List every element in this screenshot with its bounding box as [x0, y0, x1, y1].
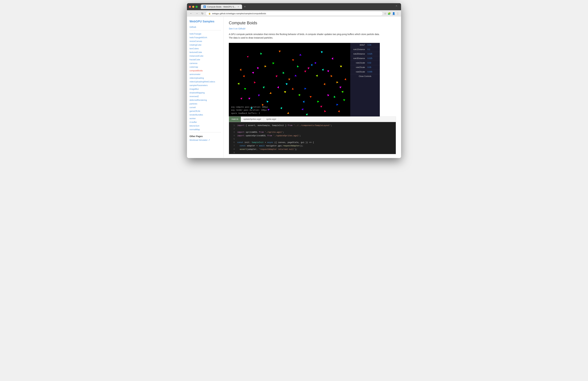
controls-fields: deltaT 0.04 rule1Distance 0.1 rule2Dista…: [350, 43, 380, 74]
stat-compute: avg compute pass duration: 886μs: [231, 106, 268, 109]
control-value[interactable]: 0.04: [366, 44, 373, 46]
sidebar-nav: helloTrianglehelloTriangleMSAAresizeCanv…: [189, 32, 221, 131]
control-label: rule1Scale: [350, 62, 366, 64]
control-value[interactable]: 0.005: [366, 71, 374, 73]
code-line-9: 9: [231, 151, 393, 154]
line-number: 4: [231, 134, 235, 137]
line-number: 6: [231, 141, 235, 144]
control-value[interactable]: 0.02: [366, 62, 373, 64]
toolbar-icons: ☆ 🧩 👤 ⋮: [384, 12, 399, 15]
control-value[interactable]: 0.1: [366, 48, 372, 50]
tab-close-button[interactable]: ✕: [237, 5, 239, 8]
sidebar-item-normalMap[interactable]: normalMap: [189, 128, 221, 131]
code-line-7: 7 const adapter = await navigator.gpu.re…: [231, 144, 393, 148]
url-text: webgpu.github.io/webgpu-samples/samples/…: [212, 12, 266, 15]
window-controls: ⌃: [395, 5, 399, 9]
code-line-2: 2: [231, 127, 393, 131]
control-value[interactable]: 0.05: [366, 66, 373, 68]
sidebar-item-cameras[interactable]: cameras: [189, 62, 221, 65]
extensions-icon[interactable]: 🧩: [388, 12, 391, 15]
browser-toolbar: ← → ↻ 🔒 webgpu.github.io/webgpu-samples/…: [187, 10, 401, 17]
code-line-5: 5: [231, 137, 393, 141]
sidebar-item-videoUploading[interactable]: videoUploading: [189, 76, 221, 80]
sidebar: WebGPU Samples Github helloTrianglehello…: [187, 17, 224, 158]
sidebar-item-A-buffer[interactable]: A-buffer: [189, 121, 221, 124]
sidebar-item-reversedZ[interactable]: reversedZ: [189, 95, 221, 98]
sidebar-item-rotatingCube[interactable]: rotatingCube: [189, 43, 221, 46]
maximize-button[interactable]: [196, 6, 198, 8]
sidebar-item-helloTriangle[interactable]: helloTriangle: [189, 32, 221, 35]
code-tab-updateSprites-wgsl[interactable]: updateSprites.wgsl: [241, 117, 264, 122]
see-on-github-link[interactable]: See it on Github!: [229, 27, 396, 30]
minimize-button[interactable]: [192, 6, 194, 8]
sidebar-item-animometer[interactable]: animometer: [189, 73, 221, 76]
close-controls-button[interactable]: Close Controls: [350, 74, 380, 78]
code-line-4: 4import updateSpritesWGSL from './update…: [231, 134, 393, 137]
sidebar-item-imageBlur[interactable]: imageBlur: [189, 88, 221, 90]
workload-simulator-link[interactable]: Workload Simulator ↗: [189, 139, 221, 141]
sidebar-title: WebGPU Samples: [189, 20, 221, 23]
sidebar-divider: [189, 30, 221, 30]
particles-svg: [229, 43, 350, 116]
page-title: Compute Boids: [229, 21, 396, 25]
tab-title: Compute Boids - WebGPU S...: [207, 6, 236, 8]
tab-favicon: W: [203, 5, 206, 8]
sidebar-item-cornell[interactable]: cornell: [189, 106, 221, 109]
sidebar-item-shadowMapping[interactable]: shadowMapping: [189, 91, 221, 94]
control-value[interactable]: 0.025: [366, 53, 374, 55]
control-row-deltat: deltaT 0.04: [350, 43, 380, 47]
description: A GPU compute particle simulation that m…: [229, 32, 382, 40]
profile-icon[interactable]: 👤: [392, 12, 395, 15]
github-link[interactable]: Github: [189, 26, 221, 28]
sidebar-item-resizeCanvas[interactable]: resizeCanvas: [189, 40, 221, 43]
sidebar-item-texturedCube[interactable]: texturedCube: [189, 51, 221, 54]
control-label: rule3Scale: [350, 71, 366, 73]
stat-buffers: spare readback buffers: 2: [231, 112, 268, 115]
bookmark-icon[interactable]: ☆: [384, 12, 386, 15]
sidebar-item-samplerParameters[interactable]: samplerParameters: [189, 84, 221, 87]
sidebar-item-deferredRendering[interactable]: deferredRendering: [189, 99, 221, 102]
code-line-8: 8 assert(adapter, 'requestAdapter return…: [231, 148, 393, 151]
control-value[interactable]: 0.025: [366, 57, 374, 60]
code-tab-main-ts[interactable]: main.ts: [229, 117, 241, 122]
new-tab-button[interactable]: +: [243, 4, 247, 9]
line-number: 1: [231, 124, 235, 127]
sidebar-item-twoCubes[interactable]: twoCubes: [189, 47, 221, 50]
sidebar-item-gameOfLife[interactable]: gameOfLife: [189, 110, 221, 112]
canvas-stats: avg compute pass duration: 886μs avg ren…: [231, 106, 268, 115]
main-content: Compute Boids See it on Github! A GPU co…: [224, 17, 401, 158]
controls-panel: deltaT 0.04 rule1Distance 0.1 rule2Dista…: [350, 43, 380, 116]
control-label: rule3Distance: [350, 57, 366, 60]
sidebar-item-cubemap[interactable]: cubemap: [189, 66, 221, 68]
active-tab[interactable]: W Compute Boids - WebGPU S... ✕: [201, 4, 242, 9]
page-content: WebGPU Samples Github helloTrianglehello…: [187, 17, 401, 158]
code-area: 1import { assert, makeSample, SampleInit…: [229, 122, 396, 154]
sidebar-item-computeBoids[interactable]: computeBoids: [189, 69, 221, 72]
forward-button[interactable]: →: [195, 11, 199, 16]
back-button[interactable]: ←: [189, 11, 193, 16]
svg-text:W: W: [204, 6, 206, 8]
sidebar-item-helloTriangleMSAA[interactable]: helloTriangleMSAA: [189, 36, 221, 39]
sidebar-item-videoUploadingWebCodecs[interactable]: videoUploadingWebCodecs: [189, 80, 221, 83]
reload-button[interactable]: ↻: [200, 11, 204, 16]
close-button[interactable]: [189, 6, 191, 8]
code-line-1: 1import { assert, makeSample, SampleInit…: [231, 124, 393, 127]
control-row-rule1scale: rule1Scale 0.02: [350, 61, 380, 65]
code-tabs: main.tsupdateSprites.wgslsprite.wgsl: [229, 117, 396, 122]
code-tab-sprite-wgsl[interactable]: sprite.wgsl: [264, 117, 279, 122]
sidebar-item-fractalCube[interactable]: fractalCube: [189, 58, 221, 61]
menu-icon[interactable]: ⋮: [397, 12, 399, 15]
sidebar-item-instancedCube[interactable]: instancedCube: [189, 54, 221, 57]
other-pages-title: Other Pages: [189, 135, 221, 137]
address-bar[interactable]: 🔒 webgpu.github.io/webgpu-samples/sample…: [206, 11, 383, 16]
sidebar-item-particles[interactable]: particles: [189, 102, 221, 105]
browser-titlebar: W Compute Boids - WebGPU S... ✕ + ⌃: [187, 3, 401, 10]
sidebar-item-bitonicSort[interactable]: bitonicSort: [189, 124, 221, 127]
sidebar-item-renderBundles[interactable]: renderBundles: [189, 113, 221, 116]
line-number: 9: [231, 151, 235, 154]
sidebar-item-worker[interactable]: worker: [189, 117, 221, 120]
control-row-rule3scale: rule3Scale 0.005: [350, 70, 380, 74]
control-label: rule2Scale: [350, 66, 366, 68]
control-row-rule1distance: rule1Distance 0.1: [350, 47, 380, 52]
tab-bar: W Compute Boids - WebGPU S... ✕ +: [201, 4, 394, 9]
